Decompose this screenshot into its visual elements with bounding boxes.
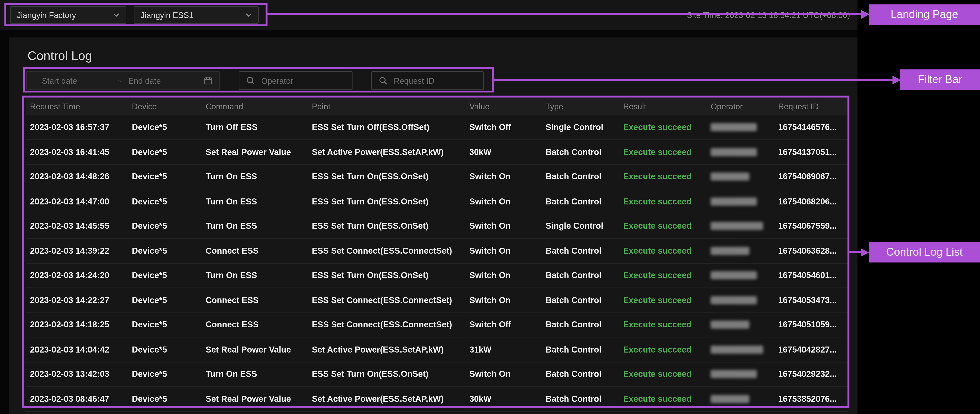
cell-request-time: 2023-02-03 14:48:26 — [26, 164, 128, 189]
column-header-request-time: Request Time — [26, 97, 128, 115]
cell-command: Turn Off ESS — [202, 115, 308, 140]
cell-device: Device*5 — [128, 387, 202, 411]
operator-input-field[interactable] — [260, 75, 345, 86]
cell-point: ESS Set Turn Off(ESS.OffSet) — [308, 115, 466, 140]
cell-request-id: 16754068206... — [775, 189, 848, 214]
cell-request-id: 16753852076... — [775, 387, 848, 411]
request-id-input-field[interactable] — [393, 75, 476, 86]
chevron-down-icon — [113, 13, 119, 17]
column-header-point: Point — [308, 97, 466, 115]
cell-operator — [707, 140, 775, 164]
cell-request-id: 16754146576... — [775, 115, 848, 140]
annotation-label-filter-bar: Filter Bar — [900, 69, 980, 90]
cell-result: Execute succeed — [619, 140, 707, 164]
station-select[interactable]: Jiangyin ESS1 — [134, 6, 259, 24]
cell-point: ESS Set Connect(ESS.ConnectSet) — [308, 312, 466, 337]
cell-request-time: 2023-02-03 16:41:45 — [26, 140, 128, 164]
column-header-command: Command — [202, 97, 308, 115]
cell-request-time: 2023-02-03 14:47:00 — [26, 189, 128, 214]
cell-operator — [707, 312, 775, 337]
cell-device: Device*5 — [128, 288, 202, 312]
cell-result: Execute succeed — [619, 189, 707, 214]
range-separator: ~ — [118, 76, 122, 85]
table-row: 2023-02-03 14:04:42 Device*5 Set Real Po… — [26, 337, 848, 362]
cell-device: Device*5 — [128, 239, 202, 263]
annotation-label-control-log-list: Control Log List — [869, 242, 980, 263]
cell-operator — [707, 164, 775, 189]
column-header-device: Device — [128, 97, 202, 115]
cell-command: Turn On ESS — [202, 164, 308, 189]
cell-command: Turn On ESS — [202, 189, 308, 214]
cell-request-id: 16754042827... — [775, 337, 848, 362]
column-header-request-id: Request ID — [775, 97, 848, 115]
cell-point: ESS Set Turn On(ESS.OnSet) — [308, 214, 466, 239]
cell-request-time: 2023-02-03 14:24:20 — [26, 263, 128, 288]
cell-result: Execute succeed — [619, 263, 707, 288]
date-range-picker[interactable]: ~ — [26, 71, 220, 90]
factory-select[interactable]: Jiangyin Factory — [10, 6, 126, 24]
cell-device: Device*5 — [128, 312, 202, 337]
app-window: Jiangyin Factory Jiangyin ESS1 Site Time… — [0, 0, 858, 414]
column-header-operator: Operator — [707, 97, 775, 115]
cell-type: Single Control — [542, 214, 619, 239]
cell-command: Connect ESS — [202, 239, 308, 263]
cell-command: Turn On ESS — [202, 362, 308, 387]
cell-device: Device*5 — [128, 362, 202, 387]
control-log-table: Request Time Device Command Point Value … — [26, 97, 848, 412]
cell-result: Execute succeed — [619, 288, 707, 312]
cell-value: Switch On — [466, 164, 542, 189]
cell-request-id: 16754067559... — [775, 214, 848, 239]
cell-device: Device*5 — [128, 214, 202, 239]
cell-command: Turn On ESS — [202, 214, 308, 239]
cell-type: Batch Control — [542, 189, 619, 214]
cell-point: Set Active Power(ESS.SetAP,kW) — [308, 337, 466, 362]
operator-redacted-blob — [711, 148, 757, 156]
arrow-right-icon — [861, 10, 869, 18]
cell-command: Set Real Power Value — [202, 140, 308, 164]
operator-redacted-blob — [711, 321, 749, 329]
arrow-right-icon — [861, 248, 869, 256]
request-id-search-input[interactable] — [371, 71, 484, 90]
cell-type: Batch Control — [542, 362, 619, 387]
cell-type: Batch Control — [542, 288, 619, 312]
cell-point: ESS Set Connect(ESS.ConnectSet) — [308, 288, 466, 312]
annotation-line — [849, 251, 861, 253]
cell-device: Device*5 — [128, 164, 202, 189]
operator-redacted-blob — [711, 173, 749, 181]
table-row: 2023-02-03 14:24:20 Device*5 Turn On ESS… — [26, 263, 848, 288]
calendar-icon — [204, 76, 213, 85]
cell-request-time: 2023-02-03 14:04:42 — [26, 337, 128, 362]
cell-operator — [707, 115, 775, 140]
cell-request-id: 16754054601... — [775, 263, 848, 288]
factory-select-value: Jiangyin Factory — [17, 10, 76, 20]
search-icon — [247, 76, 255, 85]
cell-operator — [707, 337, 775, 362]
cell-request-id: 16754029232... — [775, 362, 848, 387]
cell-type: Batch Control — [542, 164, 619, 189]
cell-value: Switch On — [466, 214, 542, 239]
table-header: Request Time Device Command Point Value … — [26, 97, 848, 115]
cell-value: Switch On — [466, 362, 542, 387]
cell-operator — [707, 214, 775, 239]
cell-operator — [707, 263, 775, 288]
cell-type: Batch Control — [542, 387, 619, 411]
table-row: 2023-02-03 14:18:25 Device*5 Connect ESS… — [26, 312, 848, 337]
start-date-input[interactable] — [41, 75, 112, 86]
operator-redacted-blob — [711, 346, 763, 353]
operator-redacted-blob — [711, 296, 757, 304]
operator-search-input[interactable] — [239, 71, 353, 90]
cell-request-id: 16754053473... — [775, 288, 848, 312]
cell-request-time: 2023-02-03 16:57:37 — [26, 115, 128, 140]
cell-command: Set Real Power Value — [202, 337, 308, 362]
cell-request-time: 2023-02-03 13:42:03 — [26, 362, 128, 387]
cell-point: ESS Set Turn On(ESS.OnSet) — [308, 263, 466, 288]
cell-type: Batch Control — [542, 239, 619, 263]
control-log-table-body: 2023-02-03 16:57:37 Device*5 Turn Off ES… — [26, 115, 848, 411]
table-row: 2023-02-03 14:47:00 Device*5 Turn On ESS… — [26, 189, 848, 214]
cell-type: Batch Control — [542, 263, 619, 288]
cell-request-time: 2023-02-03 14:39:22 — [26, 239, 128, 263]
cell-value: Switch On — [466, 288, 542, 312]
search-icon — [379, 76, 387, 85]
operator-redacted-blob — [711, 197, 757, 205]
end-date-input[interactable] — [127, 75, 199, 86]
